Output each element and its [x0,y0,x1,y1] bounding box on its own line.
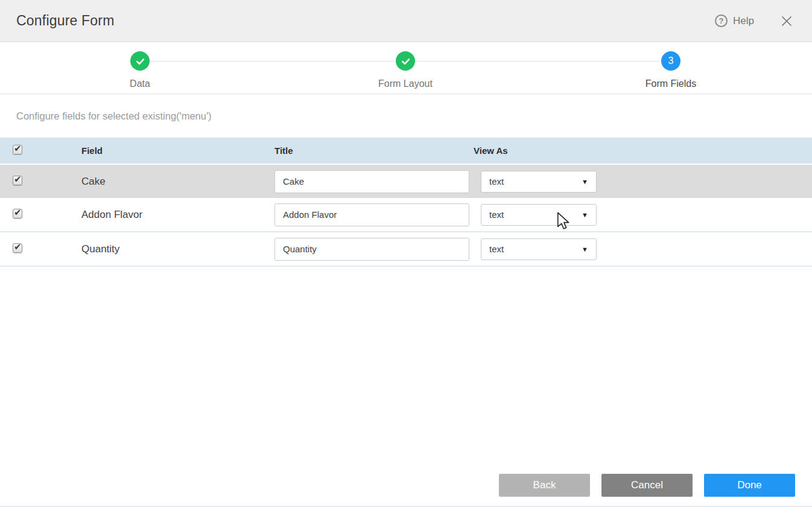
check-icon [401,56,411,66]
view-as-cell: text ▼ [481,171,812,193]
row-checkbox-cell [0,176,81,188]
table-row[interactable]: Addon Flavor text ▼ [0,198,812,232]
header-actions: ? Help [715,14,794,28]
field-name: Cake [81,176,106,187]
table-header-row: Field Title View As [0,138,812,164]
title-input[interactable] [274,238,469,261]
title-cell [274,203,481,226]
view-as-cell: text ▼ [481,238,812,260]
title-cell [274,170,481,193]
field-cell: Cake [81,176,274,188]
view-as-value: text [489,176,504,187]
view-as-value: text [489,209,504,220]
table-body: Cake text ▼ Addon Flavor text ▼ [0,164,812,267]
column-header-view-as: View As [474,145,508,156]
field-cell: Quantity [81,243,274,255]
help-icon-glyph: ? [719,16,724,25]
row-checkbox-cell [0,243,81,255]
select-all-cell [0,145,81,156]
view-as-value: text [489,244,504,254]
view-as-select[interactable]: text ▼ [481,204,597,226]
configure-form-dialog: Configure Form ? Help [0,0,812,267]
field-cell: Addon Flavor [81,209,274,221]
title-input[interactable] [274,203,469,226]
step-data-label: Data [130,78,150,89]
step-data: Data [80,51,200,89]
step-form-layout-label: Form Layout [378,78,433,89]
dropdown-arrow-icon: ▼ [582,246,588,253]
stepper: Data Form Layout 3 Form Fields [0,42,812,94]
step-form-layout-complete-indicator[interactable] [396,51,415,71]
step-number: 3 [668,56,674,66]
fields-table: Field Title View As Cake text ▼ Addon Fl… [0,138,812,267]
field-name: Quantity [81,243,119,255]
title-input[interactable] [274,170,469,193]
done-button[interactable]: Done [704,474,795,497]
row-checkbox[interactable] [13,243,22,253]
title-cell [274,238,481,261]
cancel-button[interactable]: Cancel [601,474,693,497]
step-form-layout: Form Layout [345,51,466,89]
back-button[interactable]: Back [499,474,590,497]
step-data-complete-indicator[interactable] [130,51,150,71]
step-form-fields-label: Form Fields [645,78,696,89]
table-row[interactable]: Cake text ▼ [0,164,812,198]
help-button[interactable]: ? Help [715,14,754,27]
row-checkbox[interactable] [13,209,22,218]
view-as-select[interactable]: text ▼ [481,238,597,260]
step-form-fields-active-indicator[interactable]: 3 [661,51,680,71]
row-checkbox-cell [0,209,81,221]
dialog-header: Configure Form ? Help [0,0,812,42]
dropdown-arrow-icon: ▼ [582,211,588,218]
subtitle-text: Configure fields for selected existing('… [16,110,212,122]
help-icon: ? [715,14,728,27]
subtitle-bar: Configure fields for selected existing('… [0,94,812,138]
dialog-title: Configure Form [16,13,115,29]
table-row[interactable]: Quantity text ▼ [0,232,812,267]
view-as-select[interactable]: text ▼ [481,171,597,193]
check-icon [135,56,145,66]
dropdown-arrow-icon: ▼ [582,178,588,185]
select-all-checkbox[interactable] [13,145,22,155]
step-form-fields: 3 Form Fields [611,51,731,89]
column-header-title: Title [274,145,481,156]
close-icon[interactable] [779,14,794,28]
dialog-footer: Back Cancel Done [0,465,812,507]
row-checkbox[interactable] [13,176,22,185]
view-as-cell: text ▼ [481,204,812,226]
help-label: Help [733,15,754,27]
column-header-field: Field [81,145,274,156]
field-name: Addon Flavor [81,209,142,220]
